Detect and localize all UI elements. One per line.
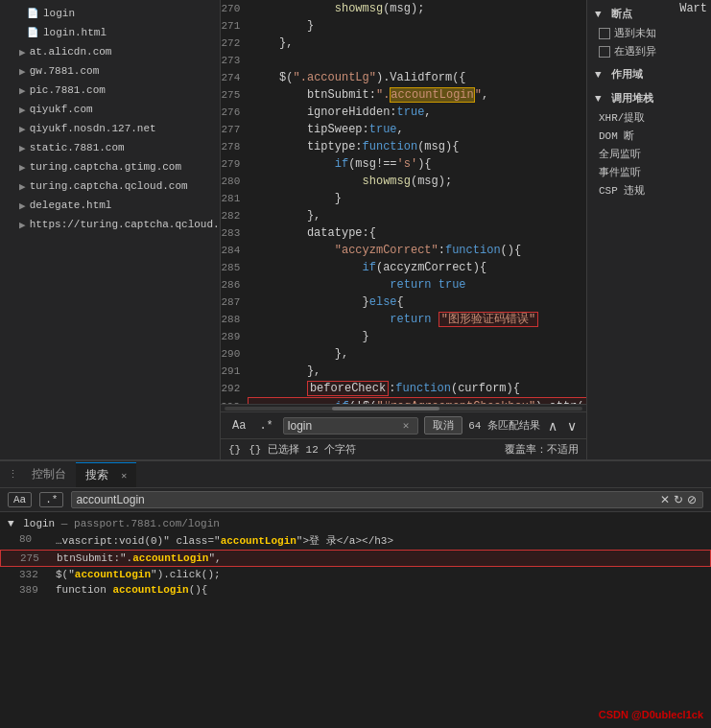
sidebar-item-gw7881[interactable]: ▶ gw.7881.com [0,61,220,81]
sidebar-item-pic7881[interactable]: ▶ pic.7881.com [0,81,220,100]
search-prev-button[interactable]: ∧ [546,418,559,434]
table-row: 278 tiptype:function(msg){ [221,138,586,155]
sidebar-item-qiyukf[interactable]: ▶ qiyukf.com [0,100,220,119]
code-search-input[interactable] [288,419,403,433]
csdn-watermark: CSDN @D0ublecl1ck [599,709,703,720]
result-filepath: — passport.7881.com/login [61,518,220,529]
search-input-wrap: ✕ [283,417,418,434]
tab-console[interactable]: 控制台 [22,462,76,486]
console-search-input[interactable] [76,493,658,506]
bottom-console: ⋮ 控制台 搜索 ✕ Aa .* ✕ ↻ ⊘ ▼ login — passpor… [0,459,711,728]
console-toolbar: Aa .* ✕ ↻ ⊘ [0,488,711,512]
coverage-bar: {} {} 已选择 12 个字符 覆盖率：不适用 [221,438,586,459]
console-search-wrap: ✕ ↻ ⊘ [71,491,703,508]
sidebar-item-login[interactable]: 📄 login [0,4,220,23]
console-search-clear[interactable]: ✕ [658,493,672,506]
scrollbar-track [225,407,582,411]
table-row: 280 showmsg(msg); [221,173,586,190]
console-search-refresh[interactable]: ↻ [672,493,685,506]
table-row: 292 beforeCheck:function(curform){ [221,380,586,398]
event-listener-item[interactable]: 事件监听 [587,163,711,181]
sidebar-item-alicdn[interactable]: ▶ at.alicdn.com [0,42,220,61]
result-line-text: $("accountLogin").click(); [56,569,221,580]
table-row: 289 } [221,328,586,345]
list-item[interactable]: 80 …vascript:void(0)" class="accountLogi… [0,531,711,550]
horizontal-scrollbar[interactable] [221,404,586,411]
tab-close-icon[interactable]: ✕ [121,471,127,481]
result-line-text: btnSubmit:".accountLogin", [57,552,222,564]
sidebar-item-static7881[interactable]: ▶ static.7881.com [0,138,220,157]
table-row: 275 btnSubmit:".accountLogin", [221,86,586,104]
file-sidebar: 📄 login 📄 login.html ▶ at.alicdn.com ▶ g… [0,0,221,459]
result-filename: login [23,518,55,529]
sidebar-item-qiyukf-nosdn[interactable]: ▶ qiyukf.nosdn.127.net [0,119,220,138]
table-row: 284 "accyzmCorrect":function(){ [221,242,586,259]
sidebar-item-https-turing[interactable]: ▶ https://turing.captcha.qcloud. [0,215,220,234]
result-file-header[interactable]: ▼ login — passport.7881.com/login [0,516,711,531]
result-line-text: …vascript:void(0)" class="accountLogin">… [56,533,393,548]
code-content[interactable]: 270 showmsg(msg); 271 } 272 }, 273 [221,0,586,404]
tab-search[interactable]: 搜索 ✕ [76,462,136,487]
search-cancel-button[interactable]: 取消 [424,416,462,434]
search-case-sensitive[interactable]: Aa [228,418,249,434]
table-row: 293 if(!$("#regAgreementCheckbox").attr(… [221,398,586,405]
sidebar-item-delegate[interactable]: ▶ delegate.html [0,196,220,215]
list-item[interactable]: 275 btnSubmit:".accountLogin", [0,550,711,567]
coverage-label: 覆盖率：不适用 [505,442,579,457]
code-table: 270 showmsg(msg); 271 } 272 }, 273 [221,0,586,404]
search-clear-icon[interactable]: ✕ [403,419,410,432]
table-row: 277 tipSweep:true, [221,121,586,138]
code-editor: 270 showmsg(msg); 271 } 272 }, 273 [221,0,586,459]
checkbox-icon[interactable] [599,28,610,39]
search-result-count: 64 条匹配结果 [468,418,540,433]
list-item[interactable]: 389 function accountLogin(){ [0,582,711,598]
table-row: 283 datatype:{ [221,224,586,242]
csp-item[interactable]: CSP 违规 [587,181,711,200]
result-line-number: 389 [19,584,48,596]
result-expand-icon: ▼ [8,518,14,529]
breakpoint-item-1: 遇到未知 [587,24,711,42]
console-tab-bar: ⋮ 控制台 搜索 ✕ [0,461,711,488]
console-regex[interactable]: .* [39,492,63,507]
table-row: 288 return "图形验证码错误" [221,311,586,328]
list-item[interactable]: 332 $("accountLogin").click(); [0,567,711,582]
table-row: 273 [221,52,586,69]
selected-chars-info: {} 已选择 12 个字符 [249,442,356,457]
result-line-number: 275 [20,552,49,564]
search-options: Aa .* [228,418,277,434]
right-panel: ▼ 断点 遇到未知 在遇到异 ▼ 作用域 ▼ 调用堆栈 [586,0,711,459]
table-row: 285 if(accyzmCorrect){ [221,259,586,276]
xhr-item[interactable]: XHR/提取 [587,108,711,127]
search-results-area: ▼ login — passport.7881.com/login 80 …va… [0,512,711,728]
result-line-number: 80 [19,533,48,548]
callstack-title: ▼ 调用堆栈 [587,88,711,108]
callstack-section: ▼ 调用堆栈 XHR/提取 DOM 断 全局监听 事件监听 CSP 违规 [587,88,711,200]
search-regex[interactable]: .* [255,418,276,434]
result-line-number: 332 [19,569,48,580]
scope-title: ▼ 作用域 [587,64,711,84]
sidebar-item-login-html[interactable]: 📄 login.html [0,23,220,42]
search-next-button[interactable]: ∨ [565,418,579,434]
breakpoint-item-2: 在遇到异 [587,42,711,60]
table-row: 279 if(msg!=='s'){ [221,155,586,173]
console-case-sensitive[interactable]: Aa [8,492,32,507]
coverage-icon: {} [228,444,241,456]
sidebar-item-turing-gtimg[interactable]: ▶ turing.captcha.gtimg.com [0,157,220,176]
table-row: 274 $(".accountLg").Validform({ [221,69,586,86]
checkbox-icon[interactable] [599,46,610,58]
table-row: 291 }, [221,363,586,380]
scope-section: ▼ 作用域 [587,64,711,84]
table-row: 290 }, [221,345,586,363]
table-row: 282 }, [221,207,586,224]
table-row: 287 }else{ [221,294,586,311]
main-area: 📄 login 📄 login.html ▶ at.alicdn.com ▶ g… [0,0,711,459]
sidebar-item-turing-qcloud[interactable]: ▶ turing.captcha.qcloud.com [0,176,220,196]
dom-item[interactable]: DOM 断 [587,127,711,145]
table-row: 272 }, [221,35,586,52]
file-icon: 📄 [27,27,38,38]
global-listener-item[interactable]: 全局监听 [587,145,711,163]
scrollbar-thumb [332,407,439,411]
result-group: ▼ login — passport.7881.com/login 80 …va… [0,516,711,598]
console-search-options[interactable]: ⊘ [685,493,699,506]
table-row: 276 ignoreHidden:true, [221,104,586,121]
